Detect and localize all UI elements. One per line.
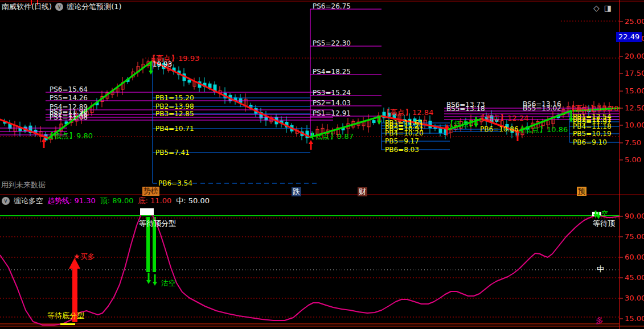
sub-title-bar: ∨ 缠论多空 趋势线: 91.30顶: 89.00底: 11.00中: 50.0… <box>2 196 214 206</box>
bottom-axis-tick: 15.00 <box>625 314 644 323</box>
bottom-axis-tick: 75.00 <box>625 232 644 241</box>
ticker-item[interactable]: 势榜 <box>142 187 159 196</box>
split-panel-icon[interactable]: ◨ <box>604 3 612 13</box>
future-data-note: 用到未来数据 <box>1 181 46 189</box>
top-axis-tick: 12.50 <box>625 104 644 112</box>
annotation-label: ★买多 <box>73 253 95 261</box>
param-底: 底: 11.00 <box>138 196 171 205</box>
price-level-label: PS6=26.75 <box>313 3 351 10</box>
bottom-axis-tick: 90.00 <box>625 212 644 220</box>
top-axis-tick: 15.00 <box>625 87 644 95</box>
price-level-label: PB5=10.19 <box>573 130 612 138</box>
price-level-label: PS1=11.08 <box>50 114 88 121</box>
top-axis-tick: 20.00 <box>625 52 644 60</box>
price-level-label: PB6=10.86 <box>480 126 519 133</box>
price-level-label: PS5=22.30 <box>313 40 351 47</box>
stock-chart-app: 南威软件(日线) ∨ 缠论分笔预测(1) ◇ ◨ 22.49 用到未来数据 ∨ … <box>0 0 644 329</box>
pivot-low-label: 【低点】10.86 <box>517 126 568 134</box>
annotation-label: 等待底分型 <box>47 312 84 320</box>
price-level-label: 19.93 <box>153 61 172 68</box>
param-中: 中: 50.00 <box>176 196 210 205</box>
price-level-label: PB4=11.18 <box>573 123 612 130</box>
chevron-down-circle-icon[interactable]: ∨ <box>2 197 10 205</box>
indicator-title: 缠论分笔预测(1) <box>67 2 121 12</box>
current-price-badge: 22.49 <box>616 32 642 42</box>
bottom-axis-tick: 30.00 <box>625 294 644 302</box>
indicator-params: 趋势线: 91.30顶: 89.00底: 11.00中: 50.00 <box>47 196 214 206</box>
corner-toolbar: ◇ ◨ <box>593 3 612 13</box>
annotation-label: 空 <box>601 210 608 217</box>
param-趋势线: 趋势线: 91.30 <box>47 196 96 205</box>
price-level-label: PB4=10.20 <box>385 130 424 137</box>
ticker-item[interactable]: 跌 <box>292 187 301 196</box>
sub-indicator-title: 缠论多空 <box>14 196 43 206</box>
price-level-label: BS5=13.18 <box>446 105 485 113</box>
top-axis-tick: 5.00 <box>625 155 641 164</box>
bottom-axis-tick: 60.00 <box>625 253 644 261</box>
price-level-label: PS4=18.25 <box>313 68 351 76</box>
pivot-high-label: 【高点】12.84 <box>383 109 433 117</box>
price-level-label: PB5=9.17 <box>385 138 419 145</box>
price-level-label: PB1=15.20 <box>155 94 194 102</box>
price-level-label: BS5=13.02 <box>523 105 561 112</box>
chevron-down-circle-icon[interactable]: ∨ <box>55 3 63 11</box>
stock-title: 南威软件(日线) <box>2 2 52 12</box>
pivot-low-label: 【低点】9.87 <box>307 133 354 141</box>
price-level-label: PB5=7.41 <box>155 149 190 157</box>
pivot-high-label: 【高点】12.24 <box>478 114 528 122</box>
annotation-label: 多 <box>596 316 604 325</box>
bottom-axis-tick: 45.00 <box>625 273 644 282</box>
price-level-label: PB6=8.03 <box>385 146 419 154</box>
top-axis-tick: 7.50 <box>625 138 641 147</box>
price-level-label: PB2=13.98 <box>155 103 194 110</box>
top-axis-tick: 25.00 <box>625 17 644 26</box>
ticker-item[interactable]: 预 <box>577 187 586 196</box>
price-level-label: PS3=15.24 <box>313 89 351 97</box>
pivot-low-label: 【低点】9.80 <box>47 132 93 140</box>
price-level-label: PS2=14.03 <box>313 100 351 107</box>
annotation-label: 沽空 <box>161 279 176 287</box>
price-level-label: PB6=3.54 <box>158 180 192 187</box>
pivot-low-label: 【低点】 <box>446 120 476 128</box>
price-level-label: PS1=12.91 <box>313 110 351 117</box>
param-顶: 顶: 89.00 <box>100 196 134 205</box>
ticker-item[interactable]: 财 <box>358 187 367 196</box>
price-level-label: PS5=14.26 <box>50 94 88 102</box>
price-level-label: PB3=12.85 <box>155 110 194 118</box>
top-axis-tick: 17.50 <box>625 69 644 77</box>
top-title-bar: 南威软件(日线) ∨ 缠论分笔预测(1) <box>2 2 122 12</box>
chart-canvas[interactable] <box>0 0 644 329</box>
annotation-label: 等待顶 <box>593 220 615 228</box>
price-level-label: PB6=9.10 <box>573 139 607 146</box>
diamond-icon[interactable]: ◇ <box>593 3 600 13</box>
top-axis-tick: 10.00 <box>625 121 644 129</box>
price-level-label: PS6=15.64 <box>50 86 88 93</box>
annotation-label: 中 <box>597 265 604 273</box>
price-level-label: PB4=10.71 <box>155 125 194 133</box>
annotation-label: 等待顶分型 <box>139 220 176 228</box>
pivot-high-label: 【高点】13.70 <box>568 105 618 113</box>
